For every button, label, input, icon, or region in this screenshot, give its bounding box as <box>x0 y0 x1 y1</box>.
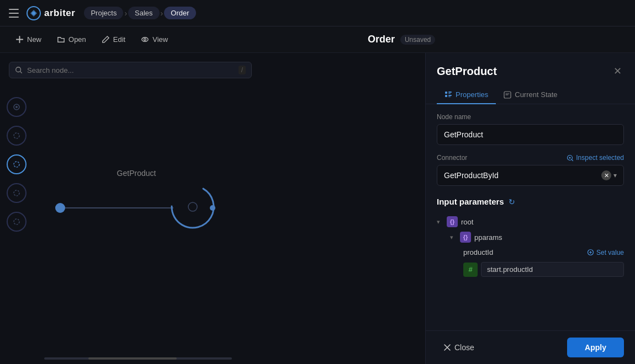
connector-value: GetProductById <box>444 171 499 180</box>
search-input[interactable] <box>27 66 234 74</box>
canvas-scrollbar-thumb <box>88 357 177 360</box>
breadcrumb-sales[interactable]: Sales <box>128 7 160 19</box>
node-dot-right <box>210 205 215 211</box>
pparams-chevron-icon: ▾ <box>450 234 457 241</box>
tab-properties[interactable]: Properties <box>437 86 496 104</box>
panel-body: Node name Connector Inspect selected Get… <box>426 104 635 330</box>
node-circle-5[interactable] <box>7 212 27 232</box>
tab-current-state-label: Current State <box>515 90 557 99</box>
svg-rect-13 <box>445 92 447 94</box>
current-state-tab-icon <box>504 91 511 99</box>
svg-rect-14 <box>445 95 447 97</box>
apply-button[interactable]: Apply <box>567 338 624 357</box>
product-id-value-input[interactable] <box>481 262 624 277</box>
node-visual <box>55 182 218 234</box>
node-circle-3[interactable] <box>7 154 27 174</box>
svg-rect-18 <box>448 97 451 97</box>
canvas-scrollbar[interactable] <box>44 357 232 360</box>
menu-icon[interactable] <box>7 6 22 21</box>
connector-chevron-icon: ▾ <box>613 172 617 179</box>
node-name-label: Node name <box>437 113 624 121</box>
svg-point-9 <box>14 190 19 196</box>
node-circles <box>7 97 27 232</box>
connector-select[interactable]: GetProductById ✕ ▾ <box>437 165 624 186</box>
refresh-icon[interactable]: ↻ <box>509 197 515 206</box>
properties-tab-icon <box>444 91 452 99</box>
svg-point-3 <box>144 39 146 41</box>
node-circle-1[interactable] <box>7 97 27 117</box>
plus-icon <box>15 35 24 44</box>
open-button[interactable]: Open <box>50 32 93 47</box>
new-button[interactable]: New <box>9 32 48 47</box>
tab-properties-label: Properties <box>456 90 488 99</box>
svg-point-12 <box>188 202 197 211</box>
new-label: New <box>27 35 41 44</box>
tree-root-row[interactable]: ▾ {} root <box>437 214 624 229</box>
tree-pparams-children: productId Set value # <box>450 245 624 279</box>
view-button[interactable]: View <box>134 32 174 47</box>
set-value-link[interactable]: Set value <box>587 249 624 256</box>
input-parameters-section: Input parameters ↻ <box>437 197 624 206</box>
breadcrumb-projects[interactable]: Projects <box>84 7 123 19</box>
inspect-selected-link[interactable]: Inspect selected <box>567 154 624 162</box>
topnav: arbiter Projects › Sales › Order <box>0 0 635 26</box>
toolbar-title-area: Order Unsaved <box>177 34 626 45</box>
pparams-type-icon: {} <box>460 232 471 243</box>
search-icon <box>15 66 23 74</box>
edit-button[interactable]: Edit <box>95 32 132 47</box>
arbiter-logo-icon <box>27 6 41 20</box>
toolbar: New Open Edit View Order Unsaved <box>0 26 635 53</box>
svg-point-21 <box>569 157 571 158</box>
logo-text: arbiter <box>44 8 75 19</box>
close-label: Close <box>454 343 474 352</box>
main: / <box>0 53 635 364</box>
doc-status-badge: Unsaved <box>400 35 435 45</box>
node-circle-4[interactable] <box>7 183 27 203</box>
node-label: GetProduct <box>117 169 156 178</box>
product-id-param-row: productId Set value <box>463 245 624 260</box>
logo: arbiter <box>27 6 75 20</box>
canvas[interactable]: / <box>0 53 425 364</box>
svg-rect-15 <box>448 92 452 93</box>
connector-label: Connector <box>437 154 467 162</box>
node-dot-left <box>55 203 65 213</box>
folder-icon <box>57 35 65 44</box>
svg-point-1 <box>32 12 35 15</box>
get-product-node[interactable]: GetProduct <box>55 169 218 234</box>
node-circle-2[interactable] <box>7 126 27 146</box>
breadcrumb-sep-1: › <box>124 9 127 18</box>
connector-select-inner: GetProductById <box>444 171 499 180</box>
tree-root-children: ▾ {} pparams productId <box>437 229 624 279</box>
panel-close-x-button[interactable]: ✕ <box>611 63 624 79</box>
inspect-icon <box>567 154 574 162</box>
connector-clear-button[interactable]: ✕ <box>601 170 611 180</box>
node-name-input[interactable] <box>437 124 624 145</box>
tab-current-state[interactable]: Current State <box>496 86 565 104</box>
breadcrumb-order[interactable]: Order <box>164 7 195 19</box>
edit-label: Edit <box>113 35 125 44</box>
node-line <box>63 207 173 208</box>
svg-point-10 <box>14 219 19 224</box>
tree-pparams-item: ▾ {} pparams productId <box>450 229 624 279</box>
view-label: View <box>152 35 168 44</box>
svg-point-8 <box>14 162 19 167</box>
doc-title: Order <box>368 34 395 45</box>
close-button[interactable]: Close <box>437 339 481 356</box>
svg-point-7 <box>14 133 19 138</box>
search-shortcut: / <box>239 66 246 74</box>
product-id-label: productId <box>463 248 493 256</box>
node-ring-container <box>168 182 218 234</box>
tree-pparams-row[interactable]: ▾ {} pparams <box>450 229 624 245</box>
pencil-icon <box>102 35 110 44</box>
open-label: Open <box>68 35 86 44</box>
svg-rect-17 <box>448 95 452 96</box>
right-panel: GetProduct ✕ Properties <box>425 53 635 364</box>
connector-row: Connector Inspect selected <box>437 154 624 162</box>
tree-pparams-label: pparams <box>474 233 502 242</box>
breadcrumb-sep-2: › <box>161 9 163 18</box>
connector-clear: ✕ ▾ <box>601 170 617 180</box>
close-x-icon <box>443 344 451 351</box>
tree-root-item: ▾ {} root ▾ {} pparams <box>437 214 624 279</box>
param-hash-icon: # <box>463 263 478 277</box>
panel-tabs: Properties Current State <box>426 79 635 104</box>
